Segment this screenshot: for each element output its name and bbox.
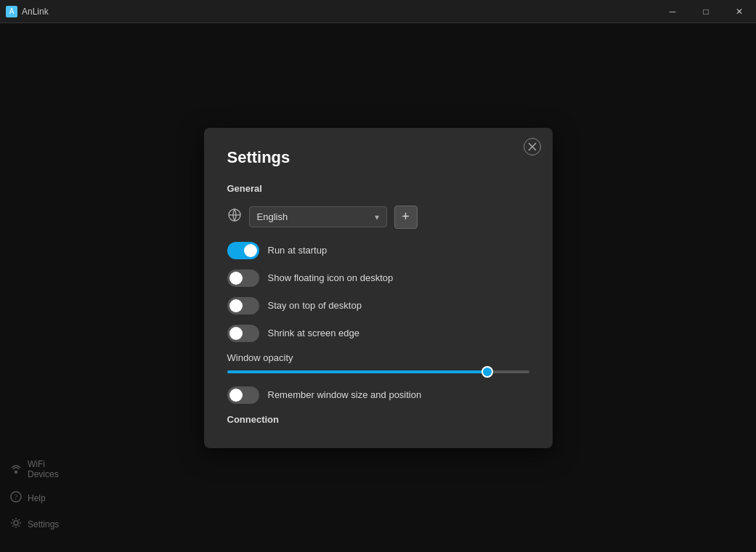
slider-fill (227, 370, 484, 373)
language-row: English ▾ + (227, 206, 529, 229)
connection-section-title: Connection (227, 414, 529, 425)
window-opacity-label: Window opacity (227, 352, 529, 363)
toggle-thumb (229, 327, 243, 340)
dialog-title: Settings (227, 148, 529, 167)
add-language-button[interactable]: + (394, 206, 418, 229)
language-icon (227, 208, 242, 226)
shrink-at-edge-label: Shrink at screen edge (268, 328, 359, 338)
remember-window-row: Remember window size and position (227, 386, 529, 404)
stay-on-top-row: Stay on top of desktop (227, 297, 529, 314)
window-controls: ─ □ ✕ (656, 0, 756, 23)
toggle-thumb (229, 389, 243, 402)
dialog-close-button[interactable] (524, 138, 541, 155)
run-at-startup-toggle[interactable] (227, 242, 259, 259)
chevron-down-icon: ▾ (375, 212, 379, 222)
minimize-button[interactable]: ─ (656, 0, 689, 23)
stay-on-top-toggle[interactable] (227, 297, 259, 314)
shrink-at-edge-row: Shrink at screen edge (227, 325, 529, 342)
slider-thumb[interactable] (481, 366, 493, 378)
show-floating-icon-row: Show floating icon on desktop (227, 269, 529, 287)
toggle-thumb (229, 299, 243, 312)
app-title: AnLink (22, 7, 750, 17)
close-button[interactable]: ✕ (723, 0, 756, 23)
general-section-title: General (227, 183, 529, 194)
opacity-slider[interactable] (227, 370, 529, 373)
main-area: WiFiDevices ? Help Settings (0, 23, 756, 552)
language-selected-text: English (257, 211, 369, 222)
shrink-at-edge-toggle[interactable] (227, 325, 259, 342)
show-floating-icon-toggle[interactable] (227, 269, 259, 287)
remember-window-label: Remember window size and position (268, 389, 422, 400)
remember-window-toggle[interactable] (227, 386, 259, 404)
toggle-thumb (244, 244, 257, 257)
run-at-startup-row: Run at startup (227, 242, 529, 259)
app-icon: A (6, 6, 17, 17)
stay-on-top-label: Stay on top of desktop (268, 300, 362, 311)
toggle-thumb (229, 272, 243, 285)
settings-dialog: Settings General English ▾ + (204, 128, 553, 448)
titlebar: A AnLink ─ □ ✕ (0, 0, 756, 23)
window-opacity-section: Window opacity (227, 352, 529, 373)
run-at-startup-label: Run at startup (268, 245, 328, 256)
dialog-overlay: Settings General English ▾ + (0, 23, 756, 552)
maximize-button[interactable]: □ (689, 0, 723, 23)
language-dropdown[interactable]: English ▾ (249, 206, 387, 227)
show-floating-icon-label: Show floating icon on desktop (268, 272, 394, 283)
